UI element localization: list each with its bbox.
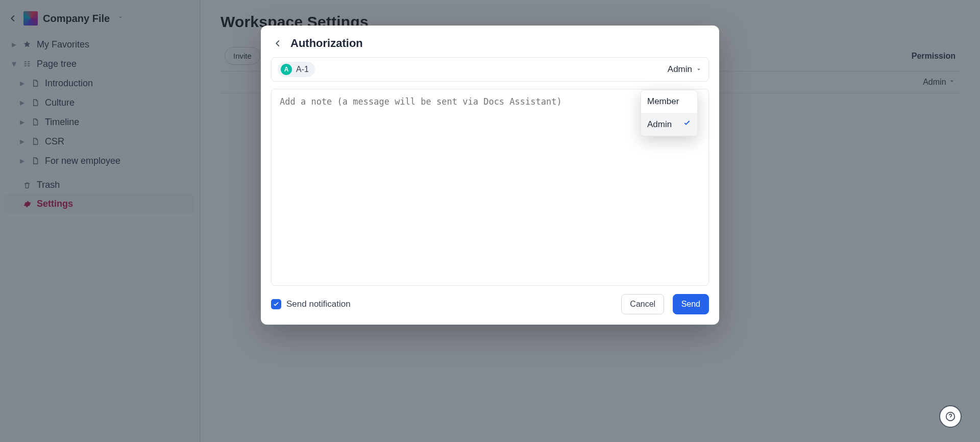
help-fab[interactable] <box>939 405 962 428</box>
modal-title: Authorization <box>290 37 363 50</box>
role-dropdown: Member Admin <box>641 90 698 136</box>
user-chip[interactable]: A A-1 <box>278 62 315 77</box>
help-icon <box>945 411 956 422</box>
role-select[interactable]: Admin <box>668 64 702 75</box>
checkbox-checked-icon <box>271 299 281 309</box>
avatar: A <box>281 64 292 75</box>
send-notification-toggle[interactable]: Send notification <box>271 299 351 309</box>
cancel-button[interactable]: Cancel <box>621 294 664 314</box>
option-label: Member <box>647 96 679 107</box>
role-option-member[interactable]: Member <box>641 90 697 113</box>
authorization-modal: Authorization A A-1 Admin Send notificat… <box>261 26 719 325</box>
chip-label: A-1 <box>296 65 309 74</box>
check-icon <box>683 119 691 130</box>
modal-actions: Cancel Send <box>621 294 709 314</box>
send-notification-label: Send notification <box>286 299 351 309</box>
role-option-admin[interactable]: Admin <box>641 113 697 136</box>
option-label: Admin <box>647 119 672 130</box>
chevron-down-icon <box>695 66 702 73</box>
invite-row: A A-1 Admin <box>271 57 709 82</box>
send-button[interactable]: Send <box>673 294 709 314</box>
modal-back-button[interactable] <box>271 37 284 50</box>
role-selected-label: Admin <box>668 64 692 75</box>
modal-header: Authorization <box>271 37 709 57</box>
modal-footer: Send notification Cancel Send <box>271 294 709 314</box>
